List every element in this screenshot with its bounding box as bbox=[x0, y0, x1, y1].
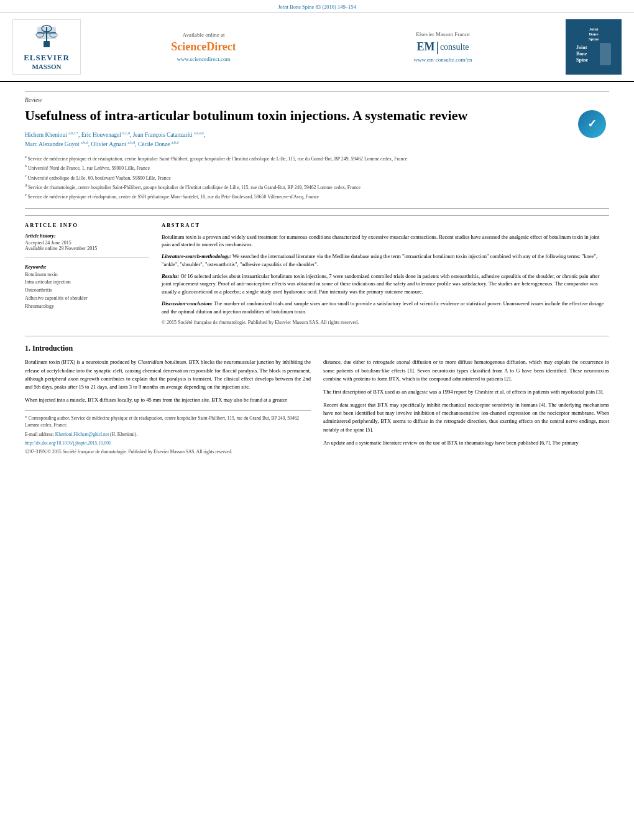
abstract-body: Botulinum toxin is a proven and widely u… bbox=[162, 233, 609, 327]
email-label: E-mail address: bbox=[25, 432, 54, 437]
keyword-1: Botulinum toxin bbox=[25, 271, 149, 279]
history-label: Article history: bbox=[25, 233, 149, 239]
intro-col-left: Botulinum toxin (BTX) is a neurotoxin pr… bbox=[25, 358, 311, 457]
abstract-col: ABSTRACT Botulinum toxin is a proven and… bbox=[162, 222, 609, 327]
elsevier-icon bbox=[31, 24, 62, 52]
affiliations: a Service de médecine physique et de réa… bbox=[25, 154, 609, 208]
email-person: (H. Khenioui). bbox=[110, 432, 137, 437]
discussion-label: Discussion-conclusion: bbox=[162, 300, 213, 307]
em-consulte-section: Elsevier Masson France EM | consulte www… bbox=[326, 19, 559, 75]
intro-para-1: Botulinum toxin (BTX) is a neurotoxin pr… bbox=[25, 358, 311, 404]
results-text: Of 16 selected articles about intraartic… bbox=[162, 273, 599, 295]
keyword-5: Rheumatology bbox=[25, 303, 149, 311]
corresponding-author-text: * Corresponding author. Service de médec… bbox=[25, 415, 299, 428]
copyright: © 2015 Société française de rhumatologie… bbox=[162, 319, 609, 326]
intro-number: 1. bbox=[25, 344, 30, 353]
intro-col-right: distance, due either to retrograde axona… bbox=[323, 358, 609, 457]
article-info-heading: ARTICLE INFO bbox=[25, 222, 149, 228]
svg-rect-10 bbox=[600, 43, 611, 65]
authors-line: Hichem Khenioui a,b,c,*, Eric Houvenagel… bbox=[25, 131, 609, 150]
intro-right-text: distance, due either to retrograde axona… bbox=[323, 358, 609, 447]
svg-rect-6 bbox=[44, 41, 50, 47]
em-text: EM bbox=[416, 40, 434, 53]
abstract-intro: Botulinum toxin is a proven and widely u… bbox=[162, 233, 609, 249]
keyword-2: Intra articular injection bbox=[25, 279, 149, 287]
discussion-text: The number of randomized trials and samp… bbox=[162, 300, 604, 315]
methodology-label: Literature-search-methodology: bbox=[162, 253, 231, 259]
abstract-methodology: Literature-search-methodology: We search… bbox=[162, 252, 609, 269]
crossmark-icon: ✓ bbox=[578, 110, 606, 138]
article-info-col: ARTICLE INFO Article history: Accepted 2… bbox=[25, 222, 149, 327]
consulte-text: consulte bbox=[440, 42, 469, 52]
article-info-abstract: ARTICLE INFO Article history: Accepted 2… bbox=[25, 215, 609, 327]
sciencedirect-url[interactable]: www.sciencedirect.com bbox=[177, 56, 231, 62]
affil-a: a Service de médecine physique et de réa… bbox=[25, 154, 609, 162]
email-address[interactable]: Khenioui.Hichem@ghicl.net bbox=[55, 432, 109, 437]
keyword-4: Adhesive capsulitis of shoulder bbox=[25, 295, 149, 303]
abstract-intro-text: Botulinum toxin is a proven and widely u… bbox=[162, 234, 599, 248]
sciencedirect-label: ScienceDirect bbox=[171, 40, 236, 53]
footnote-section: * Corresponding author. Service de médec… bbox=[25, 410, 311, 455]
article-history: Article history: Accepted 24 June 2015 A… bbox=[25, 233, 149, 258]
jbs-logo-container: Joint Bone Spine Joint Bone Spine bbox=[566, 19, 622, 75]
footnote-issn: 1297-319X/© 2015 Société française de rh… bbox=[25, 448, 311, 455]
journal-title: Joint Bone Spine 83 (2016) 149–154 bbox=[278, 4, 356, 10]
keywords-label: Keywords: bbox=[25, 264, 149, 270]
elsevier-masson-france-text: Elsevier Masson France bbox=[416, 31, 469, 37]
elsevier-logo-container: ELSEVIER MASSON bbox=[12, 19, 81, 75]
abstract-heading: ABSTRACT bbox=[162, 222, 609, 228]
elsevier-logo: ELSEVIER MASSON bbox=[24, 24, 70, 70]
jbs-logo: Joint Bone Spine Joint Bone Spine bbox=[575, 27, 612, 68]
review-label: Review bbox=[25, 91, 609, 103]
authors-text-2: Marc Alexandre Guyot a,b,d, Olivier Agna… bbox=[25, 141, 178, 147]
accepted-text: Accepted 24 June 2015 bbox=[25, 240, 149, 246]
page: Joint Bone Spine 83 (2016) 149–154 ELSEV… bbox=[0, 0, 634, 840]
abstract-discussion: Discussion-conclusion: The number of ran… bbox=[162, 300, 609, 316]
masson-text: MASSON bbox=[24, 63, 70, 70]
available-text: Available online at bbox=[183, 32, 225, 38]
article-title-container: Usefulness of intra-articular botulinum … bbox=[25, 107, 609, 124]
pipe-separator: | bbox=[436, 40, 438, 54]
svg-text:Joint: Joint bbox=[576, 45, 587, 50]
publisher-bar: ELSEVIER MASSON Available online at Scie… bbox=[0, 13, 634, 82]
jbs-icon: Joint Bone Spine bbox=[575, 42, 612, 67]
em-consulte-url[interactable]: www.em-consulte.com/en bbox=[414, 57, 472, 63]
svg-text:Bone: Bone bbox=[576, 51, 587, 57]
article-title-text: Usefulness of intra-articular botulinum … bbox=[25, 108, 467, 123]
affil-d: d Service de rhumatologie, centre hospit… bbox=[25, 183, 609, 191]
results-label: Results: bbox=[162, 273, 179, 279]
elsevier-text: ELSEVIER bbox=[24, 53, 70, 63]
journal-header: Joint Bone Spine 83 (2016) 149–154 bbox=[0, 0, 634, 13]
affil-b: b Université Nord de France, 1, rue Lefé… bbox=[25, 164, 609, 172]
footnote-star: * Corresponding author. Service de médec… bbox=[25, 415, 311, 429]
intro-title: 1. Introduction bbox=[25, 344, 609, 353]
footnote-email: E-mail address: Khenioui.Hichem@ghicl.ne… bbox=[25, 431, 311, 438]
sciencedirect-section: Available online at ScienceDirect www.sc… bbox=[87, 19, 320, 75]
crossmark-badge: ✓ bbox=[575, 107, 609, 141]
intro-body: Botulinum toxin (BTX) is a neurotoxin pr… bbox=[25, 358, 609, 457]
affil-c: c Université catholique de Lille, 60, bo… bbox=[25, 173, 609, 182]
authors-text: Hichem Khenioui a,b,c,*, Eric Houvenagel… bbox=[25, 132, 205, 138]
abstract-results: Results: Of 16 selected articles about i… bbox=[162, 272, 609, 296]
footnote-doi: http://dx.doi.org/10.1016/j.jbspin.2015.… bbox=[25, 440, 311, 446]
keywords-section: Keywords: Botulinum toxin Intra articula… bbox=[25, 264, 149, 311]
em-consulte-logo: EM | consulte bbox=[416, 40, 469, 54]
doi-link[interactable]: http://dx.doi.org/10.1016/j.jbspin.2015.… bbox=[25, 440, 111, 446]
section-divider bbox=[25, 336, 609, 336]
affil-e: e Service de médecine physique et réadap… bbox=[25, 192, 609, 200]
available-online-text: Available online 29 November 2015 bbox=[25, 246, 149, 251]
main-content: Review Usefulness of intra-articular bot… bbox=[0, 82, 634, 466]
intro-heading: Introduction bbox=[32, 344, 73, 353]
svg-text:Spine: Spine bbox=[576, 57, 589, 63]
keyword-3: Osteoarthritis bbox=[25, 287, 149, 295]
